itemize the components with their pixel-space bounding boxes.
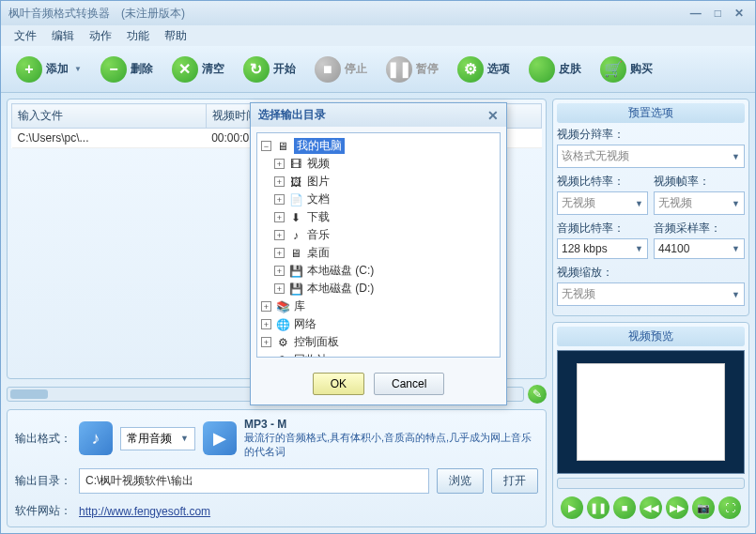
snapshot-button[interactable]: 📷 [692, 496, 715, 519]
dialog-close-button[interactable]: ✕ [487, 108, 499, 123]
desktop-icon: 🖥 [288, 246, 303, 261]
menu-file[interactable]: 文件 [8, 26, 42, 46]
library-icon: 📚 [275, 299, 290, 314]
preview-panel: 视频预览 ▶ ❚❚ ■ ◀◀ ▶▶ 📷 ⛶ [552, 322, 749, 527]
pause-button[interactable]: ❚❚暂停 [378, 53, 446, 86]
output-dir-input[interactable]: C:\枫叶视频软件\输出 [79, 468, 429, 494]
tree-controlpanel[interactable]: +⚙控制面板 [261, 333, 496, 351]
preset-title: 预置选项 [557, 103, 745, 123]
col-file[interactable]: 输入文件 [12, 104, 207, 129]
folder-tree[interactable]: −🖥我的电脑 +🎞视频 +🖼图片 +📄文档 +⬇下载 +♪音乐 +🖥桌面 +💾本… [256, 132, 501, 358]
site-label: 软件网站： [15, 503, 71, 519]
video-folder-icon: 🎞 [288, 157, 303, 172]
open-button[interactable]: 打开 [491, 468, 538, 494]
x-icon: ✕ [172, 56, 198, 83]
minimize-button[interactable]: — [687, 7, 705, 20]
app-window: 枫叶音频格式转换器 (未注册版本) — □ ✕ 文件 编辑 动作 功能 帮助 +… [0, 0, 756, 534]
tree-document[interactable]: +📄文档 [261, 191, 496, 208]
menubar: 文件 编辑 动作 功能 帮助 [1, 25, 755, 46]
tools-icon: ⚙ [457, 56, 484, 83]
preview-thumbnail [577, 363, 725, 461]
dialog-cancel-button[interactable]: Cancel [374, 373, 444, 395]
seek-slider[interactable] [557, 478, 745, 489]
recycle-icon: 🗑 [275, 353, 290, 359]
vbitrate-select[interactable]: 无视频▼ [557, 191, 648, 215]
music-folder-icon: ♪ [288, 228, 303, 243]
picture-folder-icon: 🖼 [288, 175, 303, 190]
network-icon: 🌐 [275, 317, 290, 332]
apple-icon [529, 56, 555, 83]
tree-mycomputer[interactable]: −🖥我的电脑 [261, 137, 496, 155]
vfps-select[interactable]: 无视频▼ [654, 191, 745, 215]
close-button[interactable]: ✕ [731, 7, 748, 20]
cart-icon: 🛒 [600, 56, 626, 83]
resolution-select[interactable]: 该格式无视频▼ [557, 145, 745, 168]
site-link[interactable]: http://www.fengyesoft.com [79, 505, 210, 518]
dialog-title: 选择输出目录 [258, 107, 326, 123]
player-stop-button[interactable]: ■ [613, 496, 636, 519]
menu-action[interactable]: 动作 [84, 26, 117, 46]
disk-icon: 💾 [288, 264, 303, 279]
tree-recycle[interactable]: 🗑回收站 [261, 351, 496, 358]
tree-diskc[interactable]: +💾本地磁盘 (C:) [261, 262, 496, 280]
disk-icon: 💾 [288, 282, 303, 297]
vscale-select[interactable]: 无视频▼ [557, 282, 745, 306]
refresh-icon: ↻ [243, 56, 270, 83]
titlebar: 枫叶音频格式转换器 (未注册版本) — □ ✕ [1, 1, 755, 25]
output-panel: 输出格式： ♪ 常用音频▼ ▶ MP3 - M 最流行的音频格式,具有体积小,音… [7, 409, 547, 527]
tree-music[interactable]: +♪音乐 [261, 226, 496, 244]
fullscreen-button[interactable]: ⛶ [718, 496, 741, 519]
format-title: MP3 - M [244, 418, 538, 431]
clear-button[interactable]: ✕清空 [164, 53, 232, 86]
tree-library[interactable]: +📚库 [261, 298, 496, 315]
plus-icon: + [16, 56, 42, 83]
menu-function[interactable]: 功能 [121, 26, 155, 46]
preview-title: 视频预览 [557, 327, 745, 346]
format-label: 输出格式： [15, 431, 71, 447]
browse-button[interactable]: 浏览 [437, 468, 484, 494]
folder-dialog: 选择输出目录 ✕ −🖥我的电脑 +🎞视频 +🖼图片 +📄文档 +⬇下载 +♪音乐… [250, 102, 507, 405]
tree-desktop[interactable]: +🖥桌面 [261, 244, 496, 262]
options-button[interactable]: ⚙选项 [450, 53, 517, 86]
start-button[interactable]: ↻开始 [236, 53, 303, 86]
edit-icon[interactable]: ✎ [528, 385, 547, 404]
prev-button[interactable]: ◀◀ [640, 496, 662, 519]
add-button[interactable]: +添加▼ [8, 53, 89, 86]
minus-icon: − [100, 56, 127, 83]
tree-network[interactable]: +🌐网络 [261, 315, 496, 333]
computer-icon: 🖥 [275, 139, 290, 154]
skin-button[interactable]: 皮肤 [521, 53, 589, 86]
format-desc: 最流行的音频格式,具有体积小,音质高的特点,几乎成为网上音乐的代名词 [244, 431, 538, 459]
tree-diskd[interactable]: +💾本地磁盘 (D:) [261, 280, 496, 298]
format-icon: ▶ [203, 421, 237, 455]
dialog-ok-button[interactable]: OK [313, 373, 364, 395]
tree-download[interactable]: +⬇下载 [261, 208, 496, 226]
remove-button[interactable]: −删除 [93, 53, 161, 86]
asample-select[interactable]: 44100▼ [654, 238, 745, 259]
player-pause-button[interactable]: ❚❚ [587, 496, 609, 519]
music-note-icon: ♪ [79, 421, 113, 455]
preview-area [557, 350, 745, 474]
buy-button[interactable]: 🛒购买 [593, 53, 660, 86]
menu-edit[interactable]: 编辑 [46, 26, 80, 46]
tree-video[interactable]: +🎞视频 [261, 155, 496, 173]
window-title: 枫叶音频格式转换器 (未注册版本) [8, 6, 687, 22]
toolbar: +添加▼ −删除 ✕清空 ↻开始 ■停止 ❚❚暂停 ⚙选项 皮肤 🛒购买 [1, 46, 755, 93]
menu-help[interactable]: 帮助 [159, 26, 193, 46]
pause-icon: ❚❚ [386, 56, 412, 83]
document-folder-icon: 📄 [288, 192, 303, 207]
controlpanel-icon: ⚙ [275, 335, 290, 350]
format-category-select[interactable]: 常用音频▼ [120, 427, 195, 450]
stop-button[interactable]: ■停止 [307, 53, 375, 86]
stop-icon: ■ [315, 56, 341, 83]
tree-picture[interactable]: +🖼图片 [261, 173, 496, 191]
next-button[interactable]: ▶▶ [666, 496, 688, 519]
dir-label: 输出目录： [15, 473, 71, 489]
preset-panel: 预置选项 视频分辩率： 该格式无视频▼ 视频比特率：无视频▼ 视频帧率：无视频▼… [552, 99, 749, 316]
download-folder-icon: ⬇ [288, 210, 303, 225]
play-button[interactable]: ▶ [561, 496, 583, 519]
maximize-button[interactable]: □ [711, 7, 725, 20]
abitrate-select[interactable]: 128 kbps▼ [557, 238, 648, 259]
